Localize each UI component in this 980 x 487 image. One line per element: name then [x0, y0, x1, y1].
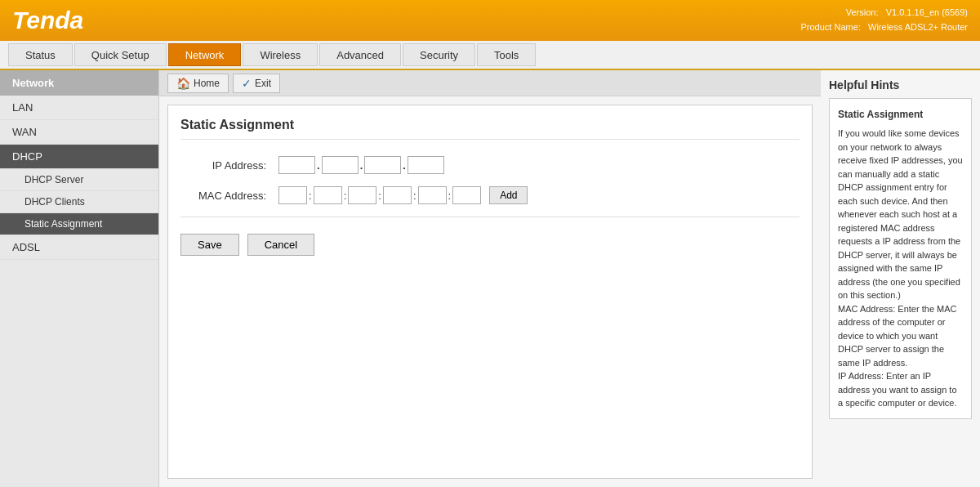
mac-octet-3[interactable] [348, 186, 376, 204]
hints-panel: Helpful Hints Static Assignment If you w… [821, 70, 980, 487]
mac-address-row: MAC Address: : : : : : Add [180, 186, 800, 204]
ip-address-row: IP Address: . . . [180, 156, 800, 174]
hints-box-title: Static Assignment [838, 107, 963, 122]
mac-address-fields: : : : : : Add [278, 186, 528, 204]
nav-item-tools[interactable]: Tools [477, 43, 536, 66]
ip-label: IP Address: [180, 159, 278, 172]
sidebar-item-dhcp[interactable]: DHCP [0, 145, 158, 169]
sidebar-item-lan[interactable]: LAN [0, 96, 158, 120]
button-row: Save Cancel [180, 234, 800, 256]
version-value: V1.0.1.16_en (6569) [886, 7, 968, 17]
ip-octet-1[interactable] [278, 156, 315, 174]
nav-item-status[interactable]: Status [8, 43, 73, 66]
ip-dot-2: . [360, 159, 363, 172]
nav-item-network[interactable]: Network [168, 43, 242, 66]
logo: Tenda [12, 7, 83, 34]
page-content: Static Assignment IP Address: . . . MAC … [167, 105, 813, 479]
exit-button[interactable]: ✓ Exit [233, 74, 280, 93]
add-button[interactable]: Add [489, 186, 528, 204]
sidebar-item-adsl[interactable]: ADSL [0, 235, 158, 260]
home-icon: 🏠 [176, 77, 190, 90]
divider [180, 217, 800, 217]
home-button[interactable]: 🏠 Home [167, 74, 229, 93]
mac-colon-1: : [309, 190, 312, 202]
ip-address-fields: . . . [278, 156, 444, 174]
sidebar: Network LAN WAN DHCP DHCP Server DHCP Cl… [0, 70, 159, 487]
mac-label: MAC Address: [180, 190, 278, 202]
sidebar-item-dhcp-clients[interactable]: DHCP Clients [0, 191, 158, 213]
breadcrumb-bar: 🏠 Home ✓ Exit [159, 70, 821, 96]
product-label: Product Name: [800, 22, 860, 32]
mac-octet-6[interactable] [452, 186, 481, 204]
ip-octet-3[interactable] [364, 156, 401, 174]
sidebar-title: Network [0, 70, 158, 96]
nav-item-advanced[interactable]: Advanced [319, 43, 401, 66]
ip-octet-4[interactable] [408, 156, 444, 174]
exit-icon: ✓ [242, 77, 252, 90]
ip-octet-2[interactable] [322, 156, 359, 174]
logo-text: Tenda [12, 7, 83, 34]
hints-title: Helpful Hints [829, 78, 972, 92]
product-value: Wireless ADSL2+ Router [868, 22, 968, 32]
ip-dot-3: . [403, 159, 406, 172]
mac-colon-4: : [413, 190, 416, 202]
mac-octet-2[interactable] [314, 186, 342, 204]
mac-colon-3: : [378, 190, 381, 202]
nav-item-quick-setup[interactable]: Quick Setup [74, 43, 167, 66]
nav-bar: Status Quick Setup Network Wireless Adva… [0, 41, 980, 70]
cancel-button[interactable]: Cancel [247, 234, 314, 256]
header: Tenda Version: V1.0.1.16_en (6569) Produ… [0, 0, 980, 41]
version-label: Version: [846, 7, 879, 17]
sidebar-item-wan[interactable]: WAN [0, 120, 158, 145]
mac-octet-4[interactable] [383, 186, 412, 204]
ip-dot-1: . [317, 159, 320, 172]
save-button[interactable]: Save [180, 234, 239, 256]
sidebar-item-dhcp-server[interactable]: DHCP Server [0, 169, 158, 191]
mac-octet-1[interactable] [278, 186, 307, 204]
page-title: Static Assignment [180, 118, 800, 140]
exit-label: Exit [255, 78, 271, 89]
nav-item-wireless[interactable]: Wireless [243, 43, 318, 66]
version-info: Version: V1.0.1.16_en (6569) Product Nam… [800, 6, 968, 34]
home-label: Home [194, 78, 220, 89]
hints-text: If you would like some devices on your n… [838, 127, 963, 410]
nav-item-security[interactable]: Security [403, 43, 475, 66]
mac-octet-5[interactable] [418, 186, 447, 204]
hints-box: Static Assignment If you would like some… [829, 98, 972, 419]
content-area: 🏠 Home ✓ Exit Static Assignment IP Addre… [159, 70, 821, 487]
mac-colon-5: : [448, 190, 452, 202]
sidebar-item-static-assignment[interactable]: Static Assignment [0, 213, 158, 235]
main-layout: Network LAN WAN DHCP DHCP Server DHCP Cl… [0, 70, 980, 487]
mac-colon-2: : [344, 190, 347, 202]
